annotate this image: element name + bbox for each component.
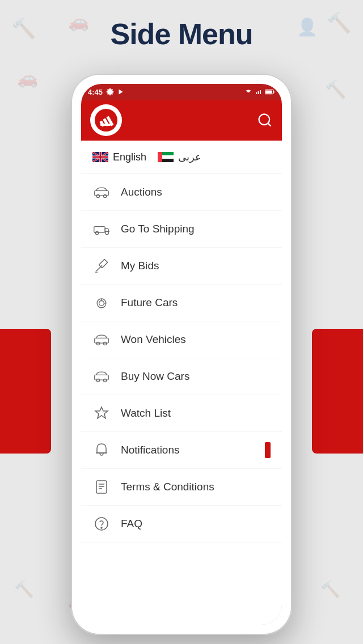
menu-item-bids[interactable]: My Bids [81,248,282,285]
svg-rect-31 [95,338,109,343]
svg-rect-17 [162,159,174,162]
status-bar-right [244,88,275,95]
svg-rect-18 [95,190,109,196]
won-vehicles-icon [92,331,111,349]
menu-item-won-vehicles[interactable]: Won Vehicles [81,321,282,358]
svg-point-22 [95,231,98,234]
red-accent-right [312,329,363,454]
screen-content: English عربى [81,141,282,625]
svg-rect-25 [99,259,108,268]
settings-icon [106,88,114,96]
status-bar: 4:45 [81,84,282,100]
bids-label: My Bids [121,260,159,272]
arabic-option[interactable]: عربى [158,151,201,163]
svg-point-19 [96,194,99,197]
svg-point-33 [104,342,107,345]
svg-rect-2 [256,92,257,94]
svg-point-12 [259,115,270,125]
phone-frame: 4:45 [71,74,292,635]
svg-marker-37 [95,407,108,418]
side-menu: English عربى [81,141,282,625]
notifications-label: Notifications [121,444,180,456]
bids-icon [92,257,111,275]
english-label: English [113,151,146,163]
shipping-label: Go To Shipping [121,223,195,235]
future-cars-label: Future Cars [121,296,178,309]
menu-item-auctions[interactable]: Auctions [81,174,282,211]
auctions-label: Auctions [121,186,162,198]
svg-point-44 [101,527,102,528]
uae-flag-icon [158,152,174,162]
menu-item-buy-now[interactable]: Buy Now Cars [81,358,282,395]
future-cars-icon [92,294,111,312]
time-display: 4:45 [88,88,103,96]
shipping-icon [92,220,111,238]
svg-rect-39 [96,481,107,493]
svg-point-23 [105,231,108,234]
uk-flag-icon [92,152,108,162]
red-accent-left [0,329,51,454]
buy-now-label: Buy Now Cars [121,370,189,383]
won-vehicles-label: Won Vehicles [121,333,186,346]
battery-icon [265,88,275,95]
watchlist-label: Watch List [121,407,171,420]
menu-item-faq[interactable]: FAQ [81,506,282,543]
car-auction-icon [92,183,111,201]
terms-label: Terms & Conditions [121,481,214,493]
svg-rect-34 [95,375,109,380]
svg-point-32 [96,342,99,345]
menu-item-future-cars[interactable]: Future Cars [81,285,282,321]
svg-rect-21 [94,227,105,233]
search-icon[interactable] [257,112,273,128]
svg-rect-3 [258,91,259,94]
faq-icon [92,515,111,533]
watchlist-icon [92,404,111,422]
english-option[interactable]: English [92,151,146,163]
svg-point-20 [104,194,107,197]
notifications-icon [92,441,111,459]
menu-item-notifications[interactable]: Notifications [81,432,282,469]
arabic-label: عربى [178,151,201,163]
svg-rect-6 [265,90,272,93]
play-icon [117,88,124,95]
phone-screen: 4:45 [81,84,282,625]
svg-point-36 [104,379,107,382]
svg-rect-4 [260,90,261,94]
svg-marker-1 [119,90,123,95]
menu-item-shipping[interactable]: Go To Shipping [81,211,282,248]
notification-badge [265,442,271,458]
svg-point-28 [99,301,104,306]
svg-rect-11 [100,124,111,126]
menu-item-terms[interactable]: Terms & Conditions [81,469,282,506]
signal-icon [255,88,263,95]
buy-now-icon [92,367,111,385]
page-title-area: Side Menu [0,17,363,51]
app-header [81,100,282,141]
logo-svg [95,109,117,132]
app-logo [90,104,122,136]
terms-icon [92,478,111,496]
svg-point-35 [96,379,99,382]
status-bar-left: 4:45 [88,88,124,96]
faq-label: FAQ [121,518,142,530]
svg-rect-15 [162,152,174,155]
menu-item-watchlist[interactable]: Watch List [81,395,282,432]
language-row: English عربى [81,141,282,174]
svg-rect-14 [158,152,162,162]
svg-rect-16 [162,155,174,159]
svg-line-24 [96,265,102,271]
wifi-icon [244,88,252,95]
page-title: Side Menu [0,17,363,51]
